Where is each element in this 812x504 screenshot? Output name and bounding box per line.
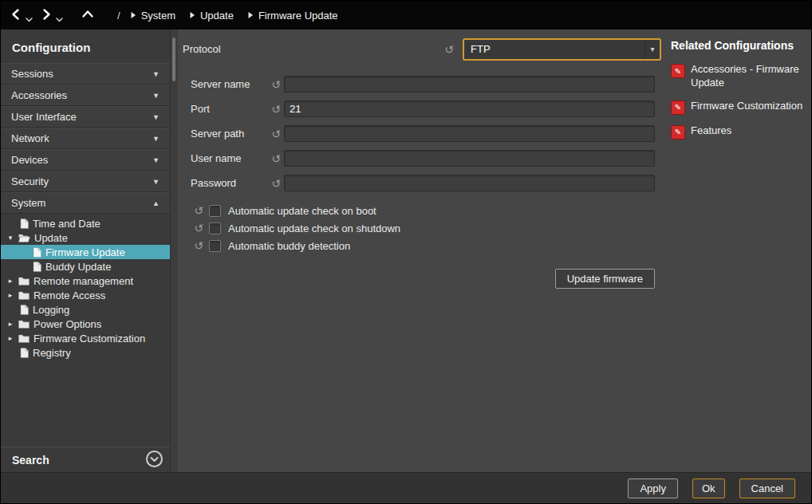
tree-item-firmware-customization[interactable]: ▸ Firmware Customization	[1, 331, 170, 345]
triangle-down-icon: ▼	[152, 135, 160, 143]
check-row-update-on-shutdown: ↺ Automatic update check on shutdown	[178, 219, 668, 237]
field-row-password: Password ↺	[178, 171, 668, 195]
file-icon	[20, 305, 29, 315]
breadcrumb-label: System	[141, 10, 175, 22]
tree-item-remote-management[interactable]: ▸ Remote management	[1, 274, 170, 288]
tree-item-label: Update	[34, 232, 68, 244]
field-row-server-name: Server name ↺	[178, 72, 668, 96]
protocol-dropdown[interactable]: FTP ▾	[463, 38, 661, 61]
apply-button[interactable]: Apply	[628, 478, 678, 498]
circle-chevron-down-icon	[145, 450, 164, 471]
tree-item-label: Firmware Update	[45, 246, 125, 258]
checkbox-update-check-boot[interactable]	[209, 205, 221, 217]
folder-icon	[18, 334, 30, 343]
undo-icon[interactable]: ↺	[268, 178, 284, 189]
triangle-down-icon: ▼	[152, 113, 160, 121]
up-level-button[interactable]	[81, 6, 95, 25]
related-configurations-panel: Related Configurations ✎ Accessories - F…	[666, 30, 811, 472]
undo-icon[interactable]: ↺	[268, 79, 284, 90]
accordion-label: Accessories	[11, 89, 67, 101]
undo-icon[interactable]: ↺	[191, 240, 207, 251]
checkbox-update-check-shutdown[interactable]	[209, 222, 221, 234]
server-path-field[interactable]	[284, 125, 655, 142]
tree-item-label: Power Options	[34, 318, 101, 330]
tree-item-logging[interactable]: Logging	[1, 302, 170, 317]
tree-item-buddy-update[interactable]: Buddy Update	[1, 259, 170, 274]
breadcrumb-item-update[interactable]: Update	[189, 10, 234, 22]
sidebar-item-sessions[interactable]: Sessions ▼	[1, 63, 170, 85]
tree-item-power-options[interactable]: ▸ Power Options	[1, 317, 170, 331]
related-item-label: Firmware Customization	[691, 100, 802, 113]
ok-button[interactable]: Ok	[692, 478, 725, 498]
protocol-dropdown-value: FTP	[464, 43, 644, 55]
forward-history-dropdown[interactable]	[56, 13, 63, 25]
collapse-arrow-icon[interactable]: ▾	[6, 234, 14, 242]
sidebar-item-accessories[interactable]: Accessories ▼	[1, 85, 170, 106]
ftp-settings-form: Server name ↺ Port ↺ Server path ↺ User …	[178, 72, 668, 195]
accordion-label: Security	[11, 175, 49, 187]
breadcrumb-arrow-icon	[130, 10, 136, 22]
search-section[interactable]: Search	[1, 447, 170, 472]
related-item-accessories-firmware-update[interactable]: ✎ Accessories - Firmware Update	[671, 63, 803, 90]
file-icon	[20, 219, 29, 229]
protocol-label: Protocol	[183, 43, 221, 55]
sidebar-item-security[interactable]: Security ▼	[1, 171, 170, 192]
undo-icon[interactable]: ↺	[268, 128, 284, 140]
file-icon	[20, 348, 29, 358]
expand-arrow-icon[interactable]: ▸	[6, 321, 14, 328]
tree-item-label: Firmware Customization	[34, 333, 145, 345]
sidebar-item-system[interactable]: System ▲	[1, 192, 170, 214]
tree-item-label: Buddy Update	[45, 261, 111, 273]
tree-item-label: Remote management	[34, 275, 133, 287]
back-button[interactable]	[9, 6, 23, 25]
check-row-update-on-boot: ↺ Automatic update check on boot	[178, 202, 668, 219]
breadcrumb-item-firmware-update[interactable]: Firmware Update	[247, 10, 338, 22]
undo-icon[interactable]: ↺	[268, 153, 284, 164]
update-firmware-button[interactable]: Update firmware	[555, 269, 655, 289]
sidebar-item-user-interface[interactable]: User Interface ▼	[1, 106, 170, 128]
back-history-dropdown[interactable]	[26, 13, 33, 25]
check-row-buddy-detection: ↺ Automatic buddy detection	[178, 237, 668, 254]
undo-icon[interactable]: ↺	[268, 104, 284, 115]
undo-icon[interactable]: ↺	[191, 222, 207, 234]
checkbox-buddy-detection[interactable]	[209, 240, 221, 252]
protocol-row: Protocol ↺ FTP ▾	[178, 30, 668, 64]
triangle-down-icon: ▼	[152, 70, 160, 78]
user-name-field[interactable]	[284, 150, 655, 167]
server-name-label: Server name	[191, 78, 268, 90]
related-item-features[interactable]: ✎ Features	[671, 124, 803, 140]
tree-item-update[interactable]: ▾ Update	[1, 230, 170, 245]
sidebar-item-network[interactable]: Network ▼	[1, 128, 170, 149]
triangle-down-icon: ▼	[152, 156, 160, 164]
system-tree: Time and Date ▾ Update Firmware Update B…	[1, 214, 170, 360]
edit-link-icon: ✎	[671, 125, 685, 140]
tree-item-firmware-update[interactable]: Firmware Update	[1, 245, 170, 259]
chevron-left-icon	[10, 8, 22, 23]
port-field[interactable]	[284, 100, 655, 117]
server-path-label: Server path	[191, 128, 268, 140]
expand-arrow-icon[interactable]: ▸	[6, 335, 14, 342]
search-expand-button[interactable]	[145, 450, 164, 471]
tree-item-remote-access[interactable]: ▸ Remote Access	[1, 288, 170, 302]
server-name-field[interactable]	[284, 76, 655, 93]
related-item-firmware-customization[interactable]: ✎ Firmware Customization	[671, 100, 803, 115]
chevron-down-icon	[26, 13, 33, 25]
update-button-row: Update firmware	[178, 254, 668, 289]
undo-icon[interactable]: ↺	[191, 205, 207, 216]
related-item-label: Features	[691, 124, 731, 138]
breadcrumb-item-system[interactable]: System	[130, 10, 175, 22]
accordion-label: Devices	[11, 154, 48, 166]
expand-arrow-icon[interactable]: ▸	[6, 292, 14, 299]
port-label: Port	[191, 103, 268, 115]
forward-button[interactable]	[39, 6, 53, 25]
password-field[interactable]	[284, 175, 655, 191]
expand-arrow-icon[interactable]: ▸	[6, 278, 14, 285]
tree-item-time-and-date[interactable]: Time and Date	[1, 216, 170, 230]
sidebar-item-devices[interactable]: Devices ▼	[1, 149, 170, 171]
breadcrumb-label: Firmware Update	[258, 10, 338, 22]
cancel-button[interactable]: Cancel	[739, 478, 795, 498]
undo-icon[interactable]: ↺	[441, 44, 457, 55]
breadcrumb-label: Update	[200, 10, 234, 22]
tree-item-registry[interactable]: Registry	[1, 345, 170, 360]
scrollbar-thumb[interactable]	[172, 37, 175, 81]
